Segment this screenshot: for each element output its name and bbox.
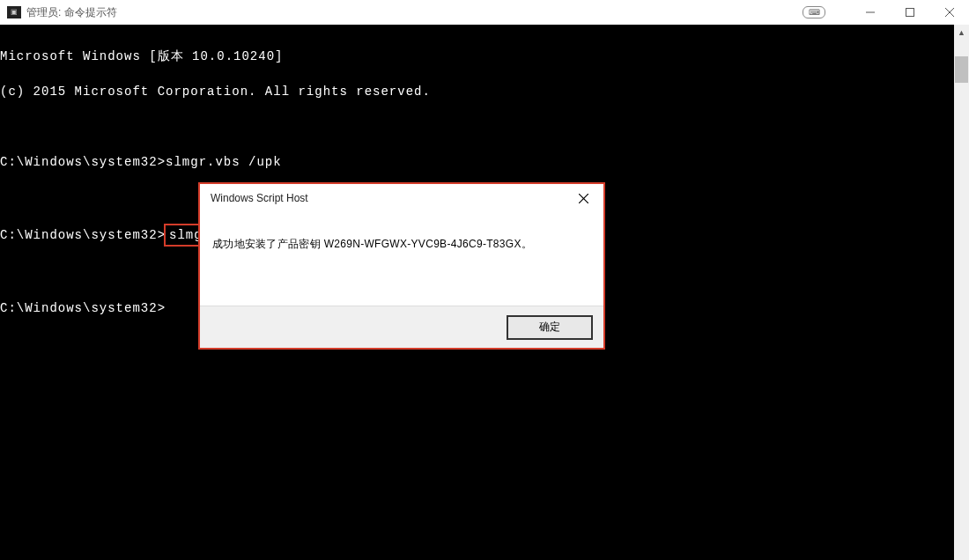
ok-button[interactable]: 确定 <box>507 315 593 340</box>
terminal-line-cmd1: C:\Windows\system32>slmgr.vbs /upk <box>0 153 954 171</box>
prompt: C:\Windows\system32> <box>0 301 166 315</box>
dialog-close-button[interactable] <box>570 187 596 210</box>
dialog-footer: 确定 <box>200 306 603 348</box>
script-host-dialog: Windows Script Host 成功地安装了产品密钥 W269N-WFG… <box>200 184 603 348</box>
prompt: C:\Windows\system32> <box>0 228 166 242</box>
dialog-title: Windows Script Host <box>211 192 308 204</box>
svg-rect-1 <box>906 9 914 17</box>
ime-indicator-icon[interactable]: ⌨ <box>803 6 825 18</box>
window-titlebar: ▣ 管理员: 命令提示符 ⌨ <box>0 0 969 25</box>
dialog-highlight-border: Windows Script Host 成功地安装了产品密钥 W269N-WFG… <box>198 182 605 350</box>
vertical-scrollbar[interactable]: ▲ <box>954 25 969 560</box>
scrollbar-thumb[interactable] <box>955 56 968 83</box>
terminal-line-version: Microsoft Windows [版本 10.0.10240] <box>0 48 954 65</box>
dialog-message: 成功地安装了产品密钥 W269N-WFGWX-YVC9B-4J6C9-T83GX… <box>200 212 603 306</box>
terminal-line-copyright: (c) 2015 Microsoft Corporation. All righ… <box>0 83 954 100</box>
window-controls: ⌨ <box>803 0 969 25</box>
window-title: 管理员: 命令提示符 <box>26 5 117 20</box>
command-text: slmgr.vbs /upk <box>166 155 282 169</box>
maximize-button[interactable] <box>890 0 929 25</box>
minimize-button[interactable] <box>850 0 890 25</box>
dialog-titlebar[interactable]: Windows Script Host <box>200 184 603 212</box>
scrollbar-up-icon[interactable]: ▲ <box>954 25 969 40</box>
close-button[interactable] <box>929 0 969 25</box>
cmd-icon: ▣ <box>7 6 21 18</box>
prompt: C:\Windows\system32> <box>0 155 166 169</box>
